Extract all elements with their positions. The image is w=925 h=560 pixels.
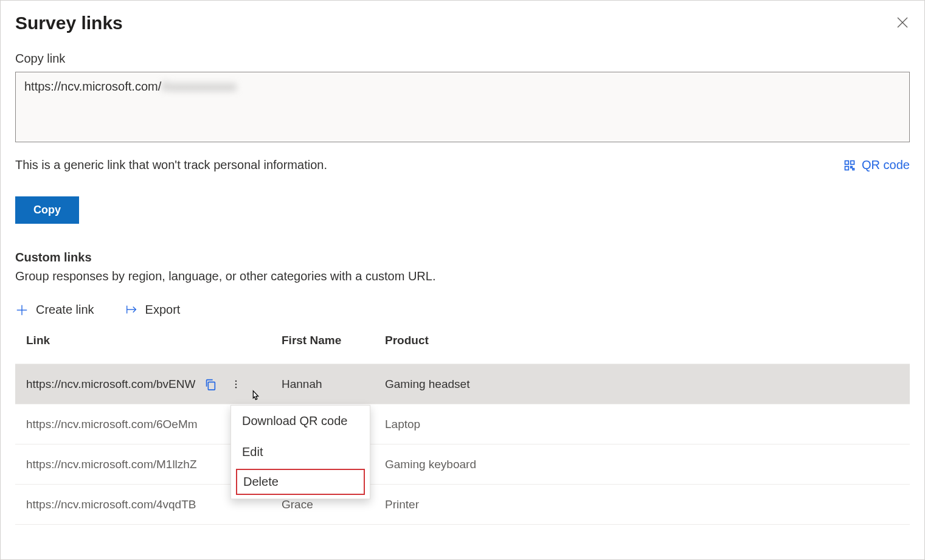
svg-point-13 — [235, 383, 237, 384]
qr-code-button[interactable]: QR code — [844, 158, 910, 172]
table-row[interactable]: https://ncv.microsoft.com/bvENW Hannah G… — [15, 364, 910, 404]
menu-delete[interactable]: Delete — [236, 469, 365, 495]
row-product: Laptop — [385, 418, 899, 431]
col-product: Product — [385, 334, 899, 347]
table-row[interactable]: https://ncv.microsoft.com/4vqdTB Grace P… — [15, 485, 910, 525]
svg-rect-2 — [845, 161, 849, 164]
row-firstname: Grace — [282, 498, 385, 511]
export-icon — [125, 303, 138, 317]
plus-icon — [15, 303, 29, 317]
svg-rect-5 — [851, 166, 853, 168]
create-link-button[interactable]: Create link — [15, 303, 94, 317]
more-icon[interactable] — [230, 379, 241, 390]
create-link-label: Create link — [36, 303, 94, 317]
svg-rect-4 — [845, 166, 849, 170]
survey-link-prefix: https://ncv.microsoft.com/ — [24, 80, 161, 93]
col-link: Link — [26, 334, 282, 347]
copy-icon[interactable] — [204, 378, 217, 391]
svg-rect-3 — [851, 161, 854, 164]
row-product: Gaming headset — [385, 378, 899, 391]
svg-rect-6 — [853, 168, 854, 170]
close-icon[interactable] — [895, 15, 910, 30]
custom-links-table: Link First Name Product https://ncv.micr… — [15, 334, 910, 525]
menu-edit[interactable]: Edit — [231, 437, 370, 468]
table-row[interactable]: https://ncv.microsoft.com/M1llzhZ Gaming… — [15, 444, 910, 485]
menu-download-qr[interactable]: Download QR code — [231, 406, 370, 437]
export-label: Export — [145, 303, 181, 317]
export-button[interactable]: Export — [125, 303, 181, 317]
qr-icon — [844, 159, 856, 171]
row-firstname: Hannah — [282, 378, 385, 391]
row-link: https://ncv.microsoft.com/4vqdTB — [26, 498, 196, 511]
qr-code-label: QR code — [862, 158, 910, 172]
row-link: https://ncv.microsoft.com/bvENW — [26, 378, 195, 391]
copy-button[interactable]: Copy — [15, 196, 79, 224]
context-menu: Download QR code Edit Delete — [230, 405, 370, 499]
svg-point-14 — [235, 387, 237, 388]
table-row[interactable]: https://ncv.microsoft.com/6OeMm Laptop — [15, 404, 910, 444]
svg-rect-11 — [209, 382, 215, 390]
custom-links-title: Custom links — [15, 251, 910, 264]
panel-title: Survey links — [15, 13, 123, 33]
svg-point-12 — [235, 380, 237, 381]
row-product: Gaming keyboard — [385, 458, 899, 471]
copy-link-label: Copy link — [15, 52, 910, 66]
col-firstname: First Name — [282, 334, 385, 347]
custom-links-description: Group responses by region, language, or … — [15, 269, 910, 283]
survey-link-token: Xxxxxxxxxxxx — [161, 80, 236, 93]
copy-link-description: This is a generic link that won't track … — [15, 158, 327, 172]
row-product: Printer — [385, 498, 899, 511]
table-header: Link First Name Product — [15, 334, 910, 364]
row-link: https://ncv.microsoft.com/M1llzhZ — [26, 458, 197, 471]
survey-link-input[interactable]: https://ncv.microsoft.com/Xxxxxxxxxxxx — [15, 72, 910, 142]
row-link: https://ncv.microsoft.com/6OeMm — [26, 418, 198, 431]
